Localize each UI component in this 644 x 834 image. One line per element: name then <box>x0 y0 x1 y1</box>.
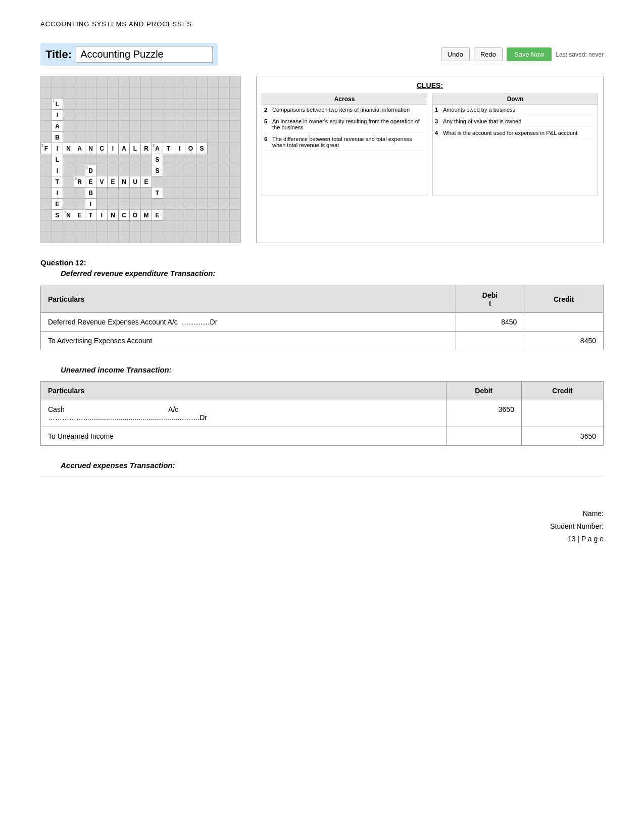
clue-number: 3 <box>435 118 441 124</box>
grid-cell <box>163 232 174 243</box>
grid-cell: A <box>74 143 85 154</box>
grid-cell <box>74 221 85 232</box>
grid-cell <box>63 99 74 110</box>
grid-cell <box>119 188 130 199</box>
grid-cell: I <box>108 143 119 154</box>
grid-cell <box>230 210 241 221</box>
grid-cell <box>108 76 119 87</box>
section-divider <box>40 477 604 477</box>
question-section: Question 12: Deferred revenue expenditur… <box>40 258 604 477</box>
grid-cell <box>119 121 130 132</box>
grid-cell <box>41 221 52 232</box>
grid-cell: I <box>96 210 108 221</box>
table-row: To Advertising Expenses Account 8450 <box>41 332 604 350</box>
grid-cell: B <box>85 188 96 199</box>
undo-button[interactable]: Undo <box>441 48 470 61</box>
grid-cell <box>185 110 196 121</box>
grid-cell <box>185 199 196 210</box>
grid-cell <box>96 232 108 243</box>
credit-cell: 8450 <box>524 332 604 350</box>
grid-cell: S <box>52 210 63 221</box>
grid-cell <box>141 232 152 243</box>
debit-cell: 8450 <box>456 313 524 332</box>
grid-cell <box>119 76 130 87</box>
grid-cell: L <box>130 143 141 154</box>
grid-cell <box>141 154 152 165</box>
grid-cell <box>119 110 130 121</box>
grid-cell <box>152 221 163 232</box>
grid-cell <box>219 99 230 110</box>
grid-cell <box>219 199 230 210</box>
grid-cell: N <box>108 210 119 221</box>
grid-cell: V <box>96 176 108 188</box>
grid-cell <box>219 176 230 188</box>
grid-cell <box>152 87 163 99</box>
grid-cell <box>141 132 152 143</box>
grid-cell <box>63 176 74 188</box>
grid-cell <box>141 110 152 121</box>
grid-cell <box>163 176 174 188</box>
grid-cell <box>185 154 196 165</box>
grid-cell <box>163 87 174 99</box>
grid-cell <box>174 199 185 210</box>
grid-cell <box>208 132 219 143</box>
grid-cell: 5R <box>74 176 85 188</box>
particulars-cell: Deferred Revenue Expenses Account A/c ……… <box>41 313 456 332</box>
grid-cell <box>174 176 185 188</box>
title-label-text: Title: <box>45 48 72 61</box>
grid-cell: S <box>152 154 163 165</box>
grid-cell <box>41 232 52 243</box>
table-row: To Unearned Income 3650 <box>41 427 604 446</box>
grid-cell <box>119 165 130 176</box>
grid-cell <box>230 110 241 121</box>
grid-cell <box>196 199 208 210</box>
grid-cell <box>208 110 219 121</box>
grid-cell: I <box>52 143 63 154</box>
grid-cell <box>208 76 219 87</box>
title-input[interactable] <box>76 46 213 63</box>
grid-cell <box>108 165 119 176</box>
grid-cell <box>196 232 208 243</box>
grid-cell <box>41 176 52 188</box>
grid-cell <box>174 121 185 132</box>
grid-cell <box>174 76 185 87</box>
th-particulars-1: Particulars <box>41 286 456 313</box>
th-debit-1: Debit <box>456 286 524 313</box>
grid-cell <box>63 165 74 176</box>
redo-button[interactable]: Redo <box>474 48 503 61</box>
grid-cell: B <box>52 132 63 143</box>
grid-cell <box>196 210 208 221</box>
grid-cell: M <box>141 210 152 221</box>
particulars-cell: To Advertising Expenses Account <box>41 332 456 350</box>
grid-cell: I <box>174 143 185 154</box>
grid-cell <box>163 188 174 199</box>
clue-item: 5An increase in owner's equity resulting… <box>264 118 425 133</box>
grid-cell <box>141 121 152 132</box>
save-button[interactable]: Save Now <box>507 48 552 61</box>
grid-cell <box>219 154 230 165</box>
grid-cell <box>96 76 108 87</box>
grid-cell: E <box>74 210 85 221</box>
grid-cell <box>196 176 208 188</box>
grid-cell <box>52 221 63 232</box>
question-subtitle2: Unearned income Transaction: <box>61 365 604 374</box>
th-credit-2: Credit <box>521 382 603 400</box>
grid-cell <box>196 87 208 99</box>
clue-text: An increase in owner's equity resulting … <box>272 118 425 130</box>
grid-cell <box>152 110 163 121</box>
grid-cell <box>163 210 174 221</box>
grid-cell <box>230 143 241 154</box>
grid-cell <box>63 110 74 121</box>
grid-cell <box>208 99 219 110</box>
grid-cell <box>208 154 219 165</box>
grid-cell <box>219 143 230 154</box>
down-col: Down 1Amounts owed by a business3Any thi… <box>432 94 598 196</box>
grid-cell <box>85 154 96 165</box>
grid-cell <box>41 87 52 99</box>
toolbar: Undo Redo Save Now Last saved: never <box>441 48 604 61</box>
grid-cell <box>74 165 85 176</box>
grid-cell <box>163 154 174 165</box>
grid-cell <box>208 143 219 154</box>
grid-cell <box>163 110 174 121</box>
grid-cell <box>108 154 119 165</box>
